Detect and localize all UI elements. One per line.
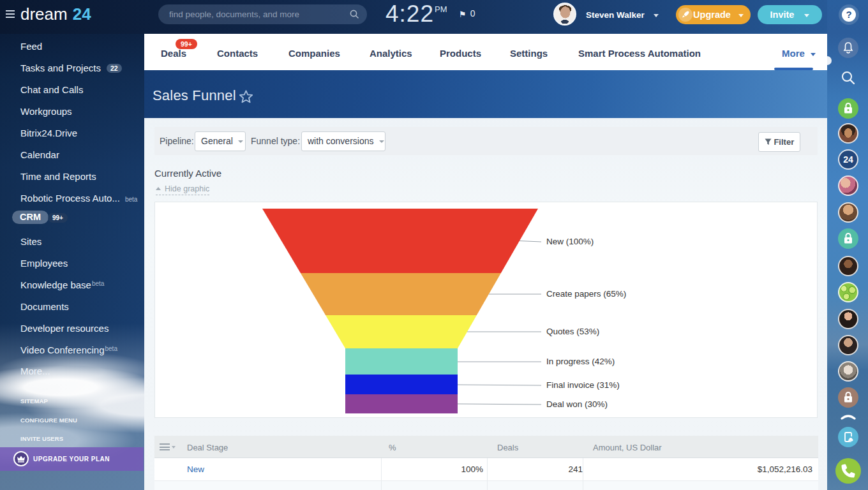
svg-text:Deal won (30%): Deal won (30%) [546,399,608,409]
svg-text:New (100%): New (100%) [546,237,594,246]
svg-text:Create papers (65%): Create papers (65%) [546,289,626,299]
svg-text:Quotes (53%): Quotes (53%) [546,327,599,336]
svg-text:In progress (42%): In progress (42%) [546,357,615,366]
svg-text:Final invoice (31%): Final invoice (31%) [546,380,620,390]
